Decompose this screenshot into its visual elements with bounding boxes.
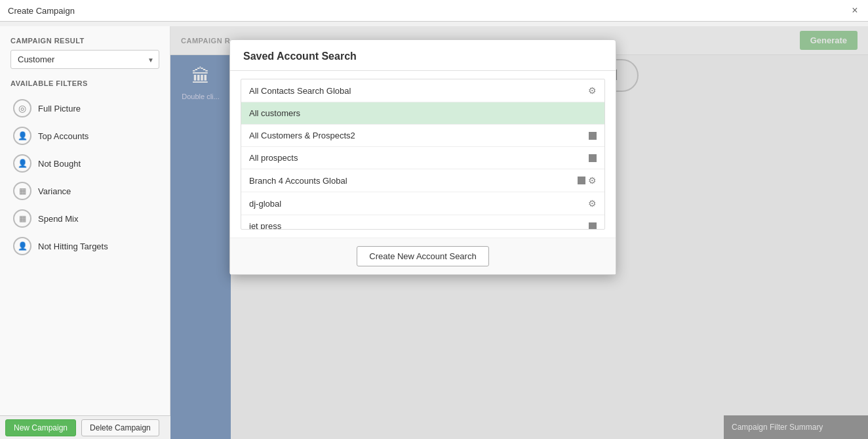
filter-not-bought[interactable]: 👤 Not Bought [10, 150, 159, 177]
item-icons: ⚙ [578, 175, 597, 186]
full-picture-icon: ◎ [13, 99, 31, 117]
item-label: All Customers & Prospects2 [249, 131, 355, 140]
item-icons [589, 154, 597, 162]
item-icons: ⚙ [588, 85, 597, 96]
item-label: All Contacts Search Global [249, 86, 351, 96]
modal-footer: Create New Account Search [230, 238, 616, 274]
close-button[interactable]: × [850, 5, 860, 16]
variance-icon: ▦ [13, 182, 31, 200]
item-label: jet press [249, 221, 281, 230]
square-icon [578, 177, 585, 184]
gear-icon: ⚙ [588, 175, 597, 186]
campaign-result-label: CAMPAIGN RESULT [10, 37, 159, 45]
item-label: All prospects [249, 153, 298, 163]
square-icon [589, 132, 597, 140]
filter-variance[interactable]: ▦ Variance [10, 178, 159, 204]
filter-spend-mix[interactable]: ▦ Spend Mix [10, 205, 159, 232]
list-item[interactable]: Branch 4 Accounts Global ⚙ [241, 169, 604, 192]
item-icons: ⚙ [588, 198, 597, 209]
title-bar: Create Campaign × [0, 0, 868, 22]
search-list: All Contacts Search Global ⚙ All custome… [241, 79, 605, 230]
spend-mix-icon: ▦ [13, 209, 31, 228]
filter-spend-mix-label: Spend Mix [38, 214, 78, 224]
square-icon [589, 222, 597, 230]
filter-not-hitting-targets-label: Not Hitting Targets [38, 241, 108, 251]
new-campaign-button[interactable]: New Campaign [5, 419, 76, 436]
delete-campaign-button[interactable]: Delete Campaign [81, 419, 159, 436]
filter-variance-label: Variance [38, 186, 71, 196]
gear-icon: ⚙ [588, 85, 597, 96]
square-icon [589, 154, 597, 162]
campaign-result-select[interactable]: Customer Prospect [10, 50, 159, 69]
not-bought-icon: 👤 [13, 154, 31, 173]
modal-header: Saved Account Search [230, 40, 616, 71]
gear-icon: ⚙ [588, 198, 597, 209]
list-item[interactable]: All prospects [241, 147, 604, 169]
filter-full-picture-label: Full Picture [38, 104, 81, 114]
top-accounts-icon: 👤 [13, 127, 31, 145]
modal-title: Saved Account Search [243, 51, 357, 62]
available-filters-label: AVAILABLE FILTERS [10, 79, 159, 87]
filter-top-accounts[interactable]: 👤 Top Accounts [10, 123, 159, 149]
item-icons [589, 222, 597, 230]
item-icons [589, 132, 597, 140]
filter-top-accounts-label: Top Accounts [38, 131, 89, 141]
item-label: Branch 4 Accounts Global [249, 176, 347, 186]
sidebar: CAMPAIGN RESULT Customer Prospect ▼ AVAI… [0, 26, 170, 439]
main-window: Create Campaign × CAMPAIGN RESULT Custom… [0, 0, 868, 439]
list-item[interactable]: All Contacts Search Global ⚙ [241, 79, 604, 102]
window-title: Create Campaign [8, 6, 75, 16]
filter-full-picture[interactable]: ◎ Full Picture [10, 95, 159, 121]
saved-account-search-modal: Saved Account Search All Contacts Search… [229, 39, 616, 275]
list-item[interactable]: All customers [241, 102, 604, 125]
list-item[interactable]: dj-global ⚙ [241, 192, 604, 215]
not-hitting-targets-icon: 👤 [13, 237, 31, 255]
create-new-account-search-button[interactable]: Create New Account Search [357, 246, 488, 266]
list-item[interactable]: jet press [241, 215, 604, 230]
campaign-result-dropdown-wrapper: Customer Prospect ▼ [10, 50, 159, 69]
item-label: All customers [249, 108, 300, 118]
list-item[interactable]: All Customers & Prospects2 [241, 125, 604, 147]
item-label: dj-global [249, 199, 281, 209]
filter-not-bought-label: Not Bought [38, 159, 81, 169]
filter-not-hitting-targets[interactable]: 👤 Not Hitting Targets [10, 233, 159, 259]
bottom-bar: New Campaign Delete Campaign [0, 415, 170, 439]
